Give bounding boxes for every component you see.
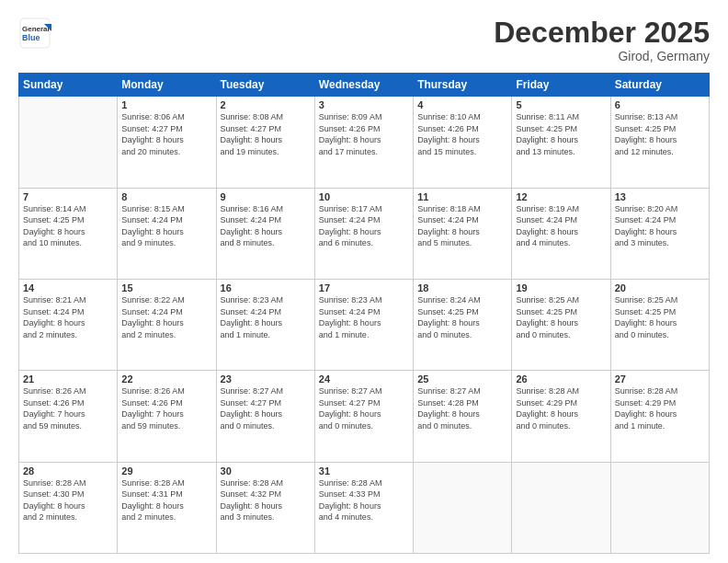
- calendar-cell: 3Sunrise: 8:09 AM Sunset: 4:26 PM Daylig…: [314, 97, 413, 188]
- day-info: Sunrise: 8:15 AM Sunset: 4:24 PM Dayligh…: [121, 203, 211, 249]
- calendar-cell: 6Sunrise: 8:13 AM Sunset: 4:25 PM Daylig…: [610, 97, 709, 188]
- calendar-day-header: Sunday: [19, 74, 118, 97]
- day-info: Sunrise: 8:27 AM Sunset: 4:28 PM Dayligh…: [417, 385, 507, 431]
- calendar-cell: 22Sunrise: 8:26 AM Sunset: 4:26 PM Dayli…: [118, 371, 216, 462]
- day-number: 7: [23, 191, 113, 202]
- calendar-day-header: Friday: [512, 74, 610, 97]
- calendar-cell: 24Sunrise: 8:27 AM Sunset: 4:27 PM Dayli…: [314, 371, 413, 462]
- day-info: Sunrise: 8:17 AM Sunset: 4:24 PM Dayligh…: [319, 203, 409, 249]
- day-info: Sunrise: 8:25 AM Sunset: 4:25 PM Dayligh…: [516, 294, 606, 340]
- title-block: December 2025 Girod, Germany: [494, 17, 710, 63]
- day-number: 15: [121, 282, 211, 293]
- day-number: 13: [615, 191, 705, 202]
- day-number: 24: [319, 373, 409, 385]
- calendar-cell: 8Sunrise: 8:15 AM Sunset: 4:24 PM Daylig…: [118, 188, 216, 279]
- calendar-day-header: Monday: [118, 74, 216, 97]
- calendar-cell: [414, 462, 512, 553]
- day-info: Sunrise: 8:28 AM Sunset: 4:33 PM Dayligh…: [319, 477, 409, 523]
- day-info: Sunrise: 8:28 AM Sunset: 4:29 PM Dayligh…: [615, 385, 705, 431]
- calendar-cell: 30Sunrise: 8:28 AM Sunset: 4:32 PM Dayli…: [216, 462, 314, 553]
- calendar-cell: 14Sunrise: 8:21 AM Sunset: 4:24 PM Dayli…: [19, 279, 118, 370]
- day-info: Sunrise: 8:26 AM Sunset: 4:26 PM Dayligh…: [23, 385, 113, 431]
- day-info: Sunrise: 8:16 AM Sunset: 4:24 PM Dayligh…: [221, 203, 311, 249]
- calendar-week-row: 28Sunrise: 8:28 AM Sunset: 4:30 PM Dayli…: [19, 462, 710, 553]
- day-info: Sunrise: 8:20 AM Sunset: 4:24 PM Dayligh…: [615, 203, 705, 249]
- page: General Blue December 2025 Girod, German…: [0, 0, 728, 563]
- calendar-week-row: 21Sunrise: 8:26 AM Sunset: 4:26 PM Dayli…: [19, 371, 710, 462]
- calendar-cell: 11Sunrise: 8:18 AM Sunset: 4:24 PM Dayli…: [414, 188, 512, 279]
- calendar-day-header: Saturday: [610, 74, 709, 97]
- calendar-cell: 16Sunrise: 8:23 AM Sunset: 4:24 PM Dayli…: [216, 279, 314, 370]
- day-number: 6: [615, 99, 705, 110]
- day-info: Sunrise: 8:21 AM Sunset: 4:24 PM Dayligh…: [23, 294, 113, 340]
- calendar-cell: [512, 462, 610, 553]
- calendar-cell: 19Sunrise: 8:25 AM Sunset: 4:25 PM Dayli…: [512, 279, 610, 370]
- calendar-cell: 2Sunrise: 8:08 AM Sunset: 4:27 PM Daylig…: [216, 97, 314, 188]
- calendar-cell: 1Sunrise: 8:06 AM Sunset: 4:27 PM Daylig…: [118, 97, 216, 188]
- day-number: 16: [221, 282, 311, 293]
- calendar-cell: 23Sunrise: 8:27 AM Sunset: 4:27 PM Dayli…: [216, 371, 314, 462]
- day-info: Sunrise: 8:18 AM Sunset: 4:24 PM Dayligh…: [417, 203, 507, 249]
- location: Girod, Germany: [494, 49, 710, 63]
- day-number: 1: [121, 99, 211, 110]
- calendar-cell: 17Sunrise: 8:23 AM Sunset: 4:24 PM Dayli…: [314, 279, 413, 370]
- day-number: 30: [221, 465, 311, 477]
- calendar-cell: 13Sunrise: 8:20 AM Sunset: 4:24 PM Dayli…: [610, 188, 709, 279]
- day-info: Sunrise: 8:23 AM Sunset: 4:24 PM Dayligh…: [319, 294, 409, 340]
- calendar-cell: 20Sunrise: 8:25 AM Sunset: 4:25 PM Dayli…: [610, 279, 709, 370]
- day-number: 2: [221, 99, 311, 110]
- day-info: Sunrise: 8:10 AM Sunset: 4:26 PM Dayligh…: [417, 111, 507, 157]
- day-info: Sunrise: 8:11 AM Sunset: 4:25 PM Dayligh…: [516, 111, 606, 157]
- day-number: 18: [417, 282, 507, 293]
- day-number: 20: [615, 282, 705, 293]
- day-info: Sunrise: 8:25 AM Sunset: 4:25 PM Dayligh…: [615, 294, 705, 340]
- calendar-cell: 4Sunrise: 8:10 AM Sunset: 4:26 PM Daylig…: [414, 97, 512, 188]
- calendar-cell: 7Sunrise: 8:14 AM Sunset: 4:25 PM Daylig…: [19, 188, 118, 279]
- day-info: Sunrise: 8:26 AM Sunset: 4:26 PM Dayligh…: [121, 385, 211, 431]
- day-number: 11: [417, 191, 507, 202]
- calendar-week-row: 7Sunrise: 8:14 AM Sunset: 4:25 PM Daylig…: [19, 188, 710, 279]
- calendar-week-row: 1Sunrise: 8:06 AM Sunset: 4:27 PM Daylig…: [19, 97, 710, 188]
- day-info: Sunrise: 8:08 AM Sunset: 4:27 PM Dayligh…: [221, 111, 311, 157]
- calendar-cell: [610, 462, 709, 553]
- calendar-cell: 21Sunrise: 8:26 AM Sunset: 4:26 PM Dayli…: [19, 371, 118, 462]
- calendar-cell: 31Sunrise: 8:28 AM Sunset: 4:33 PM Dayli…: [314, 462, 413, 553]
- day-number: 29: [121, 465, 211, 477]
- day-info: Sunrise: 8:28 AM Sunset: 4:29 PM Dayligh…: [516, 385, 606, 431]
- day-number: 5: [516, 99, 606, 110]
- day-info: Sunrise: 8:06 AM Sunset: 4:27 PM Dayligh…: [121, 111, 211, 157]
- day-number: 17: [319, 282, 409, 293]
- day-info: Sunrise: 8:27 AM Sunset: 4:27 PM Dayligh…: [221, 385, 311, 431]
- day-info: Sunrise: 8:28 AM Sunset: 4:31 PM Dayligh…: [121, 477, 211, 523]
- day-number: 22: [121, 373, 211, 385]
- calendar-cell: [19, 97, 118, 188]
- calendar-week-row: 14Sunrise: 8:21 AM Sunset: 4:24 PM Dayli…: [19, 279, 710, 370]
- day-number: 9: [221, 191, 311, 202]
- day-number: 26: [516, 373, 606, 385]
- calendar-cell: 5Sunrise: 8:11 AM Sunset: 4:25 PM Daylig…: [512, 97, 610, 188]
- svg-text:General: General: [22, 25, 50, 33]
- month-title: December 2025: [494, 17, 710, 49]
- day-number: 31: [319, 465, 409, 477]
- calendar-cell: 26Sunrise: 8:28 AM Sunset: 4:29 PM Dayli…: [512, 371, 610, 462]
- calendar-day-header: Wednesday: [314, 74, 413, 97]
- day-info: Sunrise: 8:24 AM Sunset: 4:25 PM Dayligh…: [417, 294, 507, 340]
- calendar-cell: 12Sunrise: 8:19 AM Sunset: 4:24 PM Dayli…: [512, 188, 610, 279]
- day-number: 3: [319, 99, 409, 110]
- header: General Blue December 2025 Girod, German…: [18, 17, 710, 63]
- logo-icon: General Blue: [18, 17, 51, 50]
- day-number: 19: [516, 282, 606, 293]
- calendar-header-row: SundayMondayTuesdayWednesdayThursdayFrid…: [19, 74, 710, 97]
- day-number: 27: [615, 373, 705, 385]
- calendar-cell: 18Sunrise: 8:24 AM Sunset: 4:25 PM Dayli…: [414, 279, 512, 370]
- calendar-day-header: Thursday: [414, 74, 512, 97]
- calendar-day-header: Tuesday: [216, 74, 314, 97]
- day-info: Sunrise: 8:19 AM Sunset: 4:24 PM Dayligh…: [516, 203, 606, 249]
- day-info: Sunrise: 8:09 AM Sunset: 4:26 PM Dayligh…: [319, 111, 409, 157]
- logo: General Blue: [18, 17, 51, 50]
- calendar-table: SundayMondayTuesdayWednesdayThursdayFrid…: [18, 73, 710, 554]
- day-number: 23: [221, 373, 311, 385]
- calendar-cell: 15Sunrise: 8:22 AM Sunset: 4:24 PM Dayli…: [118, 279, 216, 370]
- svg-text:Blue: Blue: [22, 33, 40, 42]
- day-number: 14: [23, 282, 113, 293]
